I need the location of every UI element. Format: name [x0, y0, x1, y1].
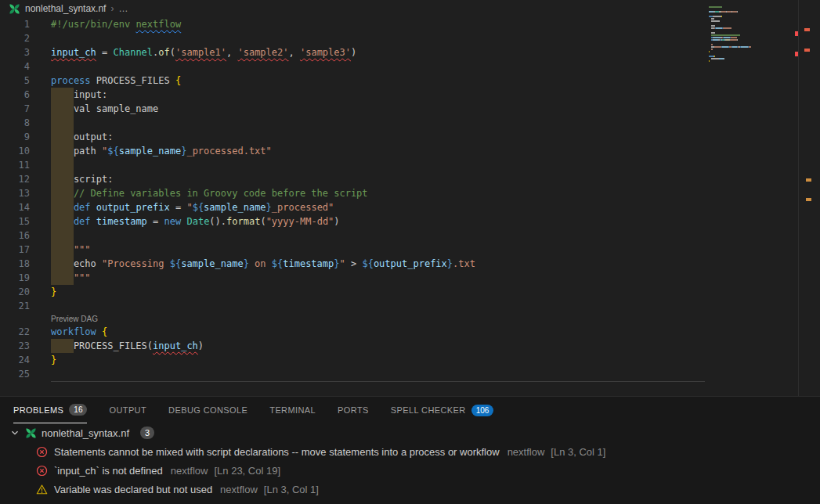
- chevron-down-icon[interactable]: [9, 427, 20, 438]
- code-line[interactable]: 13// Define variables in Groovy code bef…: [0, 186, 820, 200]
- code-line[interactable]: 5process PROCESS_FILES {: [0, 74, 820, 88]
- breadcrumb[interactable]: nonlethal_syntax.nf › …: [0, 0, 820, 17]
- code-line[interactable]: 17""": [0, 243, 820, 257]
- code-line[interactable]: 21: [0, 299, 820, 313]
- code-text[interactable]: #!/usr/bin/env nextflow: [51, 17, 181, 31]
- line-number[interactable]: 1: [0, 17, 30, 31]
- line-number[interactable]: 3: [0, 45, 30, 59]
- tab-badge: 106: [471, 405, 494, 416]
- code-token: .txt: [453, 258, 475, 269]
- code-line[interactable]: 19""": [0, 271, 820, 285]
- code-text[interactable]: workflow {: [51, 325, 107, 339]
- code-line[interactable]: 11: [0, 158, 820, 172]
- breadcrumb-file[interactable]: nonlethal_syntax.nf: [25, 3, 106, 14]
- code-line[interactable]: 23PROCESS_FILES(input_ch): [0, 339, 820, 353]
- line-number[interactable]: 15: [0, 214, 30, 229]
- line-number[interactable]: 17: [0, 243, 30, 257]
- line-number[interactable]: 10: [0, 144, 30, 158]
- code-token: on: [249, 258, 272, 269]
- indent-highlight: [51, 130, 74, 144]
- line-number[interactable]: 20: [0, 285, 30, 299]
- codelens-preview-dag[interactable]: Preview DAG: [51, 315, 98, 323]
- line-number[interactable]: 4: [0, 59, 30, 74]
- code-line[interactable]: 12script:: [0, 172, 820, 186]
- line-number[interactable]: 22: [0, 325, 30, 339]
- code-line[interactable]: 10path "${sample_name}_processed.txt": [0, 144, 820, 158]
- problem-row[interactable]: `input_ch` is not definednextflow[Ln 23,…: [0, 461, 820, 480]
- line-number[interactable]: 23: [0, 339, 30, 353]
- code-token: ,: [226, 47, 237, 58]
- code-line[interactable]: 3input_ch = Channel.of('sample1', 'sampl…: [0, 45, 820, 59]
- code-line[interactable]: 22workflow {: [0, 325, 820, 339]
- panel-tab-spell-checker[interactable]: SPELL CHECKER106: [391, 397, 494, 423]
- code-text[interactable]: input_ch = Channel.of('sample1', 'sample…: [51, 45, 356, 59]
- code-line[interactable]: 4: [0, 59, 820, 74]
- line-number[interactable]: 16: [0, 229, 30, 243]
- breadcrumb-more[interactable]: …: [118, 3, 128, 14]
- code-line[interactable]: 7val sample_name: [0, 102, 820, 116]
- code-text[interactable]: PROCESS_FILES(input_ch): [51, 339, 204, 353]
- code-text[interactable]: """: [51, 243, 91, 257]
- code-line[interactable]: 20}: [0, 285, 820, 299]
- line-number[interactable]: 2: [0, 31, 30, 45]
- panel-tab-terminal[interactable]: TERMINAL: [269, 397, 316, 423]
- panel-tab-debug-console[interactable]: DEBUG CONSOLE: [168, 397, 247, 423]
- problem-row[interactable]: Variable was declared but not usednextfl…: [0, 480, 820, 499]
- code-line[interactable]: 8: [0, 116, 820, 130]
- problems-items: Statements cannot be mixed with script d…: [0, 442, 820, 499]
- code-token: sample_name: [119, 146, 181, 157]
- line-number[interactable]: 13: [0, 186, 30, 200]
- code-line[interactable]: 1#!/usr/bin/env nextflow: [0, 17, 820, 31]
- line-number[interactable]: 6: [0, 88, 30, 102]
- line-number[interactable]: 18: [0, 257, 30, 271]
- line-number[interactable]: 11: [0, 158, 30, 172]
- code-text[interactable]: val sample_name: [51, 102, 158, 116]
- line-number[interactable]: 9: [0, 130, 30, 144]
- problem-message: Variable was declared but not used: [54, 484, 212, 495]
- code-text[interactable]: script:: [51, 172, 113, 186]
- code-text[interactable]: [51, 229, 74, 243]
- code-text[interactable]: """: [51, 271, 91, 285]
- code-token: }: [266, 202, 272, 213]
- code-text[interactable]: [51, 116, 74, 130]
- minimap-line: [709, 56, 797, 57]
- problems-file-group[interactable]: nonlethal_syntax.nf 3: [0, 423, 820, 442]
- error-circle-icon: [36, 465, 48, 477]
- code-text[interactable]: def output_prefix = "${sample_name}_proc…: [51, 200, 334, 214]
- code-text[interactable]: process PROCESS_FILES {: [51, 74, 181, 88]
- code-text[interactable]: }: [51, 285, 56, 299]
- code-text[interactable]: output:: [51, 130, 113, 144]
- line-number[interactable]: 12: [0, 172, 30, 186]
- code-text[interactable]: }: [51, 353, 56, 367]
- panel-tab-problems[interactable]: PROBLEMS16: [13, 397, 87, 423]
- code-text[interactable]: path "${sample_name}_processed.txt": [51, 144, 272, 158]
- code-line[interactable]: 18echo "Processing ${sample_name} on ${t…: [0, 257, 820, 271]
- line-number[interactable]: 7: [0, 102, 30, 116]
- problem-row[interactable]: Statements cannot be mixed with script d…: [0, 442, 820, 461]
- overview-ruler-mark: [804, 28, 810, 31]
- panel-tab-output[interactable]: OUTPUT: [109, 397, 146, 423]
- code-line[interactable]: 2: [0, 31, 820, 45]
- line-number[interactable]: 5: [0, 74, 30, 88]
- code-text[interactable]: def timestamp = new Date().format("yyyy-…: [51, 214, 340, 229]
- line-number[interactable]: 24: [0, 353, 30, 367]
- code-line[interactable]: 14def output_prefix = "${sample_name}_pr…: [0, 200, 820, 214]
- line-number[interactable]: 14: [0, 200, 30, 214]
- minimap[interactable]: [709, 6, 797, 63]
- code-text[interactable]: [51, 158, 74, 172]
- code-text[interactable]: // Define variables in Groovy code befor…: [51, 186, 368, 200]
- line-number[interactable]: 8: [0, 116, 30, 130]
- code-line[interactable]: 9output:: [0, 130, 820, 144]
- code-line[interactable]: 25: [0, 367, 820, 381]
- line-number[interactable]: 19: [0, 271, 30, 285]
- vscode-window: nonlethal_syntax.nf › … 1#!/usr/bin/env …: [0, 0, 820, 504]
- line-number[interactable]: 21: [0, 299, 30, 313]
- code-line[interactable]: 24}: [0, 353, 820, 367]
- code-line[interactable]: 16: [0, 229, 820, 243]
- code-text[interactable]: input:: [51, 88, 107, 102]
- code-line[interactable]: 15def timestamp = new Date().format("yyy…: [0, 214, 820, 229]
- line-number[interactable]: 25: [0, 367, 30, 381]
- code-text[interactable]: echo "Processing ${sample_name} on ${tim…: [51, 257, 475, 271]
- code-line[interactable]: 6input:: [0, 88, 820, 102]
- panel-tab-ports[interactable]: PORTS: [338, 397, 369, 423]
